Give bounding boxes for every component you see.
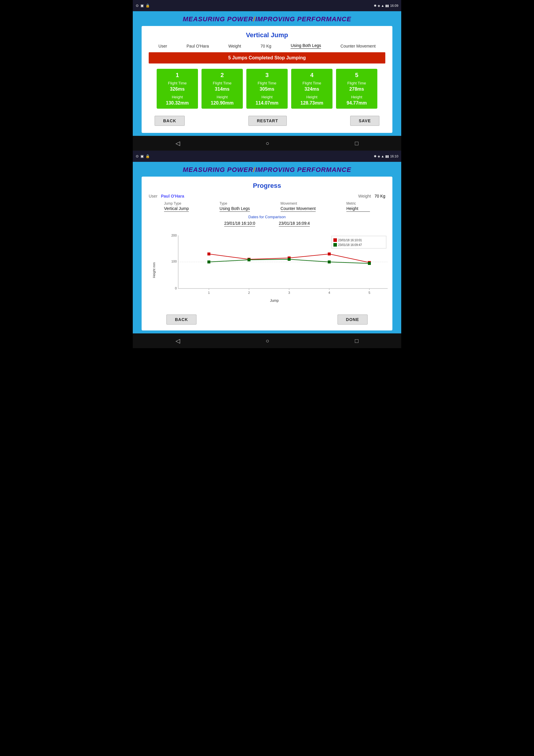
metric-label: Metric	[346, 202, 356, 205]
chart-container: Height mm 200 100 0 1 2 3 4 5	[152, 230, 382, 311]
back-button-2[interactable]: BACK	[166, 314, 196, 325]
time-display-2: 16:10	[390, 154, 398, 158]
user-weight-row: User Paul O'Hara Weight 70 Kg	[149, 194, 385, 199]
dates-label: Dates for Comparison	[149, 215, 385, 219]
chart-svg: 200 100 0 1 2 3 4 5	[166, 232, 391, 297]
speaker-icon: ◈	[378, 4, 380, 8]
metric-value: Height	[346, 206, 370, 212]
status-left-2: ⊙ ▣ 🔒	[136, 154, 150, 158]
green-point-5	[368, 262, 371, 265]
svg-text:4: 4	[328, 291, 330, 294]
recent-nav-icon[interactable]: □	[355, 140, 358, 147]
status-left-icons: ⊙ ▣ 🔒	[136, 4, 150, 8]
status-right-icons: ✱ ◈ ▲ ▮▮ 16:09	[374, 4, 398, 8]
app-title-1: MEASURING POWER/IMPROVING PERFORMANCE	[133, 11, 401, 26]
user-section: User Paul O'Hara	[149, 194, 184, 199]
screen-icon-2: ▣	[140, 154, 144, 158]
svg-text:3: 3	[288, 291, 290, 294]
weight-label-2: Weight	[358, 194, 371, 199]
back-button-1[interactable]: BACK	[155, 116, 185, 126]
lock-icon-2: 🔒	[145, 154, 150, 158]
card-title-1: Vertical Jump	[149, 31, 385, 39]
title-part2: IMPROVING PERFORMANCE	[255, 15, 351, 23]
svg-text:23/01/18 16:10:01: 23/01/18 16:10:01	[338, 239, 362, 242]
svg-text:2: 2	[248, 291, 250, 294]
progress-buttons-row: BACK DONE	[149, 311, 385, 325]
red-point-1	[207, 253, 210, 256]
green-point-2	[247, 258, 250, 261]
title-part1: MEASURING POWER	[183, 15, 253, 23]
screen1: ⊙ ▣ 🔒 ✱ ◈ ▲ ▮▮ 16:09 MEASURING POWER/IMP…	[133, 0, 401, 136]
jumps-row: 1 Flight Time 326ms Height 130.32mm 2 Fl…	[149, 69, 385, 109]
metric-col: Metric Height	[346, 202, 370, 212]
progress-card: Progress User Paul O'Hara Weight 70 Kg J…	[141, 176, 393, 331]
screen2: ⊙ ▣ 🔒 ✱ ◈ ▲ ▮▮ 16:10 MEASURING POWER/IMP…	[133, 150, 401, 334]
weight-value: 70 Kg	[261, 44, 271, 48]
status-right-2: ✱ ◈ ▲ ▮▮ 16:10	[374, 154, 398, 158]
title2-part2: IMPROVING PERFORMANCE	[255, 166, 351, 173]
jump-type-value: Vertical Jump	[164, 206, 189, 212]
save-button[interactable]: SAVE	[350, 116, 379, 126]
user-label: User	[159, 44, 167, 48]
home-nav-icon-2[interactable]: ○	[266, 338, 269, 344]
user-name-2: Paul O'Hara	[161, 194, 184, 199]
svg-text:100: 100	[171, 259, 177, 263]
status-bar-2: ⊙ ▣ 🔒 ✱ ◈ ▲ ▮▮ 16:10	[133, 150, 401, 162]
speaker-icon-2: ◈	[378, 154, 380, 158]
battery-icon: ▮▮	[385, 4, 389, 8]
fields-row: Jump Type Vertical Jump Type Using Both …	[149, 202, 385, 212]
svg-text:1: 1	[208, 291, 210, 294]
type-col: Type Using Both Legs	[219, 202, 250, 212]
svg-text:0: 0	[175, 286, 177, 290]
signal-icon-2: ▲	[381, 154, 384, 158]
jump-card-1: 1 Flight Time 326ms Height 130.32mm	[157, 69, 198, 109]
weight-value-2: 70 Kg	[374, 194, 385, 199]
green-point-1	[207, 260, 210, 263]
done-button[interactable]: DONE	[338, 314, 368, 325]
svg-rect-19	[333, 243, 337, 247]
restart-button[interactable]: RESTART	[248, 116, 287, 126]
user-label-2: User	[149, 194, 158, 199]
recent-nav-icon-2[interactable]: □	[355, 338, 358, 344]
screen-icon: ▣	[140, 4, 144, 8]
movement-col: Movement Counter Movement	[281, 202, 316, 212]
progress-title: Progress	[149, 182, 385, 190]
weight-section: Weight 70 Kg	[358, 194, 385, 199]
green-point-4	[328, 260, 331, 263]
back-nav-icon[interactable]: ◁	[176, 140, 180, 147]
time-display: 16:09	[390, 4, 398, 7]
user-info-row: User Paul O'Hara Weight 70 Kg Using Both…	[149, 43, 385, 49]
movement-value: Counter Movement	[281, 206, 316, 212]
bluetooth-icon: ✱	[374, 4, 376, 8]
signal-icon: ▲	[381, 4, 384, 7]
title2-part1: MEASURING POWER	[183, 166, 253, 173]
jump-card-4: 4 Flight Time 324ms Height 128.73mm	[291, 69, 333, 109]
type-label-2: Type	[219, 202, 227, 205]
y-axis-label: Height mm	[152, 262, 156, 278]
nav-bar-1: ◁ ○ □	[133, 136, 401, 150]
type-value: Using Both Legs	[219, 206, 250, 212]
home-nav-icon[interactable]: ○	[266, 140, 269, 147]
jump-type-col: Jump Type Vertical Jump	[164, 202, 189, 212]
green-point-3	[288, 258, 291, 261]
x-axis-label: Jump	[166, 299, 382, 303]
jump-card-5: 5 Flight Time 278ms Height 94.77mm	[336, 69, 377, 109]
action-buttons-row: BACK RESTART SAVE	[149, 116, 385, 126]
vertical-jump-card: Vertical Jump User Paul O'Hara Weight 70…	[141, 26, 393, 133]
dates-row: 23/01/18 16:10:0 23/01/18 16:09:4	[149, 221, 385, 227]
movement-label-2: Movement	[281, 202, 297, 205]
user-name: Paul O'Hara	[187, 44, 209, 48]
movement-label: Counter Movement	[341, 44, 375, 48]
bluetooth-icon-2: ✱	[374, 154, 376, 158]
wifi-icon-2: ⊙	[136, 154, 139, 158]
back-nav-icon-2[interactable]: ◁	[176, 337, 180, 344]
wifi-icon: ⊙	[136, 4, 139, 8]
date-2: 23/01/18 16:09:4	[279, 221, 310, 227]
date-1: 23/01/18 16:10:0	[224, 221, 255, 227]
svg-text:23/01/18 16:09:47: 23/01/18 16:09:47	[338, 243, 362, 247]
alert-bar: 5 Jumps Completed Stop Jumping	[149, 52, 385, 64]
jump-type-label: Jump Type	[164, 202, 181, 205]
red-point-4	[328, 253, 331, 256]
svg-text:200: 200	[171, 233, 177, 237]
status-bar-1: ⊙ ▣ 🔒 ✱ ◈ ▲ ▮▮ 16:09	[133, 0, 401, 11]
